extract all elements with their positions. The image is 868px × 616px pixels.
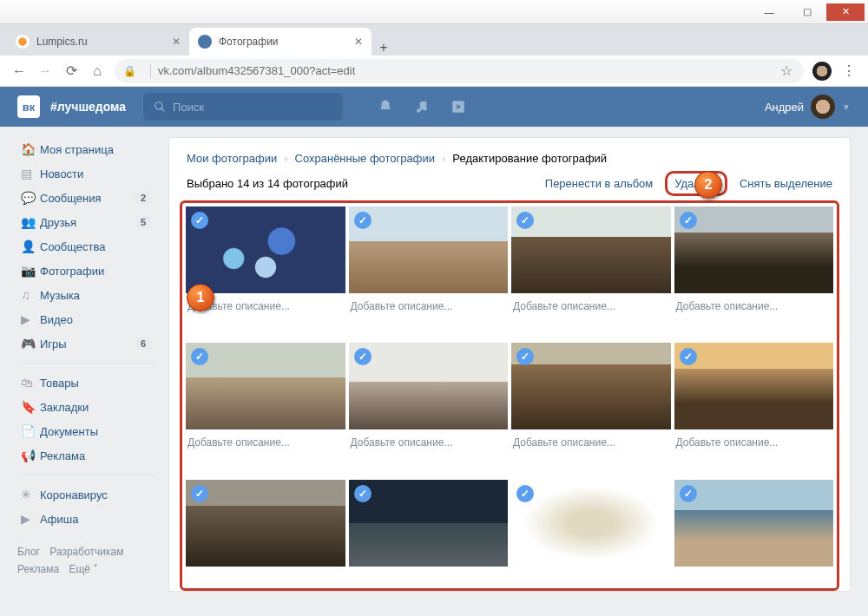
photo-description-input[interactable]: Добавьте описание... bbox=[674, 429, 834, 457]
sidebar-item-video[interactable]: ▶Видео bbox=[17, 307, 156, 331]
window-close[interactable]: ✕ bbox=[826, 3, 865, 21]
sidebar-item-docs[interactable]: 📄Документы bbox=[17, 419, 156, 443]
address-bar[interactable]: 🔒 vk.com/album432567381_000?act=edit ☆ bbox=[115, 59, 804, 83]
user-avatar bbox=[811, 95, 835, 119]
sidebar-item-label: Сообщества bbox=[40, 240, 106, 253]
photo-cell: Добавьте описание... bbox=[186, 343, 345, 475]
breadcrumb: Мои фотографии › Сохранённые фотографии … bbox=[187, 152, 832, 165]
sidebar-item-covid[interactable]: ✳Коронавирус bbox=[17, 482, 156, 507]
selection-check-icon[interactable] bbox=[354, 485, 372, 502]
friends-icon: 👥 bbox=[21, 215, 40, 229]
photo-thumbnail[interactable] bbox=[186, 480, 345, 567]
sidebar-item-msg[interactable]: 💬Сообщения2 bbox=[17, 186, 156, 210]
footer-link[interactable]: Разработчикам bbox=[49, 546, 123, 558]
sidebar-item-ads[interactable]: 📢Реклама bbox=[17, 443, 156, 468]
selection-check-icon[interactable] bbox=[516, 348, 534, 365]
photo-thumbnail[interactable] bbox=[349, 206, 509, 293]
photo-description-input[interactable]: Добавьте описание... bbox=[349, 293, 509, 321]
sidebar-item-music[interactable]: ♫Музыка bbox=[17, 283, 156, 307]
photo-thumbnail[interactable] bbox=[349, 480, 509, 567]
footer-link[interactable]: Блог bbox=[17, 546, 40, 558]
photo-description-input[interactable]: Добавьте описание... bbox=[674, 293, 834, 321]
selection-check-icon[interactable] bbox=[191, 212, 208, 229]
home-button[interactable]: ⌂ bbox=[89, 63, 106, 79]
breadcrumb-link-album[interactable]: Сохранённые фотографии bbox=[295, 152, 435, 165]
selection-check-icon[interactable] bbox=[516, 212, 534, 229]
tab-title: Фотографии bbox=[219, 36, 279, 48]
photo-cell: Добавьте описание... bbox=[674, 343, 834, 475]
reload-button[interactable]: ⟳ bbox=[62, 62, 80, 79]
sidebar-item-games[interactable]: 🎮Игры6 bbox=[17, 331, 156, 356]
breadcrumb-current: Редактирование фотографий bbox=[452, 152, 607, 165]
breadcrumb-link-root[interactable]: Мои фотографии bbox=[187, 152, 277, 165]
photo-description-input[interactable]: Добавьте описание... bbox=[511, 429, 671, 457]
window-minimize[interactable]: — bbox=[750, 3, 788, 21]
notifications-icon[interactable] bbox=[378, 99, 393, 115]
sidebar: 🏠Моя страница▤Новости💬Сообщения2👥Друзья5… bbox=[17, 137, 156, 592]
photo-thumbnail[interactable] bbox=[674, 343, 834, 429]
photo-thumbnail[interactable] bbox=[186, 206, 345, 293]
search-input[interactable]: Поиск bbox=[143, 93, 343, 121]
sidebar-item-bookmarks[interactable]: 🔖Закладки bbox=[17, 395, 156, 419]
photo-thumbnail[interactable] bbox=[511, 480, 671, 567]
user-menu[interactable]: Андрей ▼ bbox=[765, 95, 851, 119]
vk-logo[interactable]: вк bbox=[17, 95, 40, 118]
sidebar-item-news[interactable]: ▤Новости bbox=[17, 161, 156, 186]
ads-icon: 📢 bbox=[21, 449, 40, 462]
selection-check-icon[interactable] bbox=[354, 348, 372, 365]
photo-description-input[interactable]: Добавьте описание... bbox=[186, 429, 345, 457]
browser-profile-avatar[interactable] bbox=[812, 62, 832, 81]
sidebar-item-afisha[interactable]: ▶Афиша bbox=[17, 507, 156, 531]
sidebar-item-home[interactable]: 🏠Моя страница bbox=[17, 137, 156, 161]
selection-check-icon[interactable] bbox=[354, 212, 372, 229]
photo-thumbnail[interactable] bbox=[674, 480, 834, 567]
sidebar-item-photos[interactable]: 📷Фотографии bbox=[17, 259, 156, 283]
footer-link[interactable]: Ещё ˅ bbox=[69, 563, 98, 575]
photo-description-input[interactable]: Добавьте описание... bbox=[511, 293, 671, 321]
sidebar-item-label: Товары bbox=[40, 377, 79, 390]
move-to-album-button[interactable]: Перенести в альбом bbox=[545, 177, 654, 190]
chevron-down-icon: ▼ bbox=[842, 102, 851, 112]
deselect-button[interactable]: Снять выделение bbox=[740, 177, 832, 190]
sidebar-item-market[interactable]: 🛍Товары bbox=[17, 370, 156, 395]
back-button[interactable]: ← bbox=[10, 63, 28, 79]
sidebar-item-label: Реклама bbox=[40, 449, 85, 462]
photo-thumbnail[interactable] bbox=[511, 343, 671, 429]
photo-cell: Добавьте описание... bbox=[511, 206, 671, 339]
hashtag-link[interactable]: #лучшедома bbox=[50, 100, 126, 114]
selection-check-icon[interactable] bbox=[191, 348, 208, 365]
photo-thumbnail[interactable] bbox=[186, 343, 345, 429]
news-icon: ▤ bbox=[21, 167, 40, 180]
sidebar-item-groups[interactable]: 👤Сообщества bbox=[17, 234, 156, 259]
selection-check-icon[interactable] bbox=[516, 485, 534, 502]
svg-point-0 bbox=[155, 102, 162, 109]
docs-icon: 📄 bbox=[21, 424, 40, 438]
annotation-badge-1: 1 bbox=[187, 284, 214, 311]
photo-thumbnail[interactable] bbox=[349, 343, 509, 429]
browser-menu-icon[interactable]: ⋮ bbox=[840, 62, 858, 79]
music-icon[interactable] bbox=[414, 99, 430, 115]
browser-tab-photos[interactable]: Фотографии ✕ bbox=[189, 28, 372, 56]
vk-favicon bbox=[198, 35, 212, 49]
msg-icon: 💬 bbox=[21, 191, 40, 205]
forward-button[interactable]: → bbox=[36, 63, 54, 79]
selection-check-icon[interactable] bbox=[680, 212, 697, 229]
photo-description-input[interactable]: Добавьте описание... bbox=[349, 429, 509, 457]
selection-check-icon[interactable] bbox=[191, 485, 208, 502]
footer-link[interactable]: Реклама bbox=[17, 563, 59, 575]
selection-toolbar: Выбрано 14 из 14 фотографий Перенести в … bbox=[187, 177, 832, 190]
photo-thumbnail[interactable] bbox=[511, 206, 671, 293]
photo-cell: Добавьте описание... bbox=[349, 206, 509, 339]
browser-tab-lumpics[interactable]: Lumpics.ru ✕ bbox=[7, 28, 189, 56]
photo-thumbnail[interactable] bbox=[674, 206, 834, 293]
new-tab-button[interactable]: + bbox=[372, 40, 396, 56]
sidebar-item-friends[interactable]: 👥Друзья5 bbox=[17, 210, 156, 234]
play-icon[interactable] bbox=[450, 99, 466, 115]
close-tab-icon[interactable]: ✕ bbox=[354, 36, 363, 48]
selection-check-icon[interactable] bbox=[680, 348, 697, 365]
vk-header: вк #лучшедома Поиск Андрей ▼ bbox=[0, 87, 868, 127]
window-maximize[interactable]: ▢ bbox=[788, 3, 826, 21]
selection-check-icon[interactable] bbox=[680, 485, 697, 502]
star-icon[interactable]: ☆ bbox=[778, 62, 795, 79]
close-tab-icon[interactable]: ✕ bbox=[172, 36, 181, 48]
